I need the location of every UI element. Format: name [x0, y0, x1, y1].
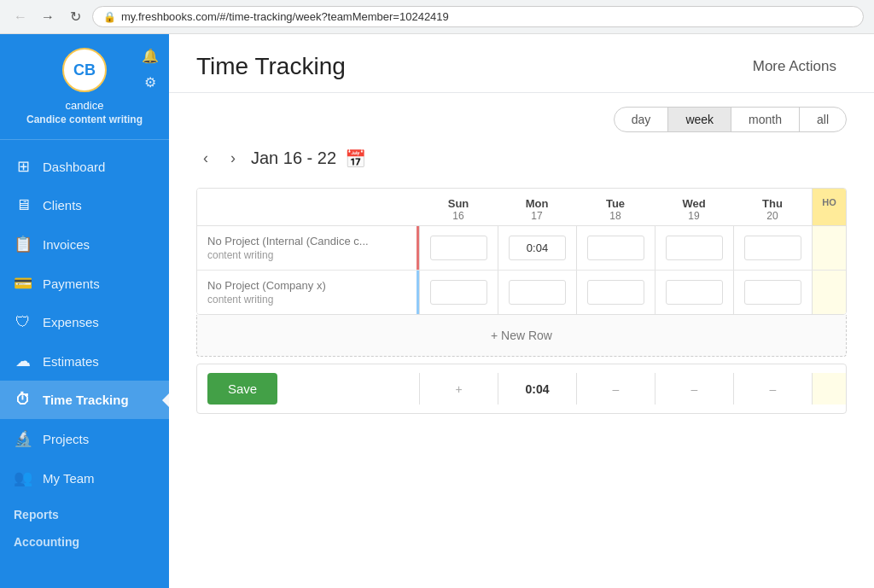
- time-input-2-thu[interactable]: [744, 280, 801, 305]
- sidebar-section-reports: Reports: [0, 498, 169, 525]
- day-num-tue: 18: [580, 210, 651, 222]
- row-project-2: No Project (Company x): [207, 279, 406, 292]
- avatar: CB: [62, 48, 107, 92]
- more-actions-button[interactable]: More Actions: [743, 51, 847, 82]
- footer-total-tue-value: –: [613, 382, 620, 396]
- row-task-1: content writing: [207, 249, 406, 261]
- col-header-sun: Sun 16: [419, 189, 498, 225]
- reload-button[interactable]: ↻: [65, 7, 85, 27]
- prev-week-button[interactable]: ‹: [196, 146, 215, 171]
- sidebar-item-invoices[interactable]: 📋 Invoices: [0, 224, 169, 264]
- notification-icon[interactable]: 🔔: [140, 46, 160, 66]
- sidebar-item-clients[interactable]: 🖥 Clients: [0, 186, 169, 224]
- sidebar-item-projects[interactable]: 🔬 Projects: [0, 419, 169, 458]
- day-num-wed: 19: [658, 210, 730, 222]
- grid-header: Sun 16 Mon 17 Tue 18 Wed 19: [197, 189, 846, 226]
- sidebar-nav: ⊞ Dashboard 🖥 Clients 📋 Invoices 💳 Payme…: [0, 140, 169, 588]
- tabs-group: day week month all: [614, 107, 847, 132]
- tab-week[interactable]: week: [668, 108, 731, 131]
- time-input-2-sun[interactable]: [430, 280, 487, 305]
- row-project-name-2: (Company x): [262, 279, 325, 292]
- sidebar-label-expenses: Expenses: [43, 315, 99, 329]
- clients-icon: 🖥: [14, 196, 32, 214]
- day-name-mon: Mon: [501, 197, 573, 210]
- sidebar-header-icons: 🔔 ⚙: [140, 46, 160, 92]
- app-container: 🔔 ⚙ CB candice Candice content writing ⊞…: [0, 34, 874, 588]
- sidebar-item-estimates[interactable]: ☁ Estimates: [0, 341, 169, 381]
- hours-cell-1: [812, 226, 846, 270]
- top-bar: Time Tracking More Actions: [169, 34, 874, 93]
- sidebar-item-time-tracking[interactable]: ⏱ Time Tracking: [0, 381, 169, 419]
- day-name-tue: Tue: [580, 197, 651, 210]
- browser-chrome: ← → ↻ 🔒 my.freshbooks.com/#/time-trackin…: [0, 0, 874, 34]
- time-cell-1-tue: [576, 226, 655, 270]
- lock-icon: 🔒: [103, 11, 116, 23]
- row-project-1: No Project (Internal (Candice c...: [207, 235, 406, 247]
- time-input-2-wed[interactable]: [666, 280, 722, 305]
- sidebar-label-dashboard: Dashboard: [43, 160, 105, 174]
- time-input-2-tue[interactable]: [587, 280, 644, 305]
- footer-total-mon: 0:04: [498, 373, 576, 405]
- sidebar-item-my-team[interactable]: 👥 My Team: [0, 458, 169, 498]
- footer-hours-cell: [812, 373, 846, 405]
- save-button[interactable]: Save: [207, 373, 277, 405]
- footer-total-mon-value: 0:04: [525, 382, 549, 396]
- url-text: my.freshbooks.com/#/time-tracking/week?t…: [121, 10, 449, 23]
- weekly-grid: Sun 16 Mon 17 Tue 18 Wed 19: [196, 188, 847, 315]
- invoices-icon: 📋: [14, 235, 32, 253]
- tab-day[interactable]: day: [615, 108, 669, 131]
- content-area: day week month all ‹ › Jan 16 - 22 📅: [169, 93, 874, 588]
- footer-total-tue: –: [576, 373, 655, 405]
- sidebar-label-projects: Projects: [43, 432, 89, 446]
- tab-month[interactable]: month: [731, 108, 800, 131]
- footer-total-wed: –: [655, 373, 733, 405]
- day-num-sun: 16: [422, 210, 494, 222]
- save-footer: Save + 0:04 – – –: [196, 364, 847, 414]
- back-button[interactable]: ←: [10, 7, 31, 27]
- sidebar-label-estimates: Estimates: [43, 354, 99, 369]
- time-input-1-mon[interactable]: [509, 236, 565, 260]
- my-team-icon: 👥: [14, 469, 32, 487]
- time-input-1-tue[interactable]: [587, 236, 644, 260]
- new-row-section: + New Row: [196, 315, 847, 357]
- new-row-button[interactable]: + New Row: [481, 325, 562, 346]
- time-input-2-mon[interactable]: [509, 280, 565, 305]
- sidebar-item-dashboard[interactable]: ⊞ Dashboard: [0, 147, 169, 186]
- hours-cell-2: [812, 271, 846, 314]
- view-tabs: day week month all: [196, 107, 847, 132]
- time-cell-1-thu: [733, 226, 812, 270]
- tab-all[interactable]: all: [800, 108, 846, 131]
- time-input-1-thu[interactable]: [744, 236, 801, 260]
- projects-icon: 🔬: [14, 429, 32, 448]
- time-input-1-sun[interactable]: [430, 236, 487, 260]
- address-bar[interactable]: 🔒 my.freshbooks.com/#/time-tracking/week…: [92, 6, 864, 27]
- calendar-icon[interactable]: 📅: [345, 148, 366, 169]
- table-row: No Project (Internal (Candice c... conte…: [197, 226, 846, 271]
- row-task-2: content writing: [207, 294, 406, 306]
- day-name-sun: Sun: [422, 197, 494, 210]
- footer-total-thu-value: –: [770, 382, 777, 396]
- main-content: Time Tracking More Actions day week mont…: [169, 34, 874, 588]
- settings-icon[interactable]: ⚙: [140, 73, 160, 92]
- time-cell-2-thu: [733, 271, 812, 314]
- time-input-1-wed[interactable]: [666, 236, 722, 260]
- sidebar-item-expenses[interactable]: 🛡 Expenses: [0, 303, 169, 341]
- footer-total-wed-value: –: [691, 382, 698, 396]
- payments-icon: 💳: [14, 274, 32, 293]
- time-cell-2-tue: [576, 271, 655, 314]
- day-num-mon: 17: [501, 210, 573, 222]
- next-week-button[interactable]: ›: [224, 146, 242, 171]
- time-cell-1-mon: [498, 226, 576, 270]
- sidebar-header: 🔔 ⚙ CB candice Candice content writing: [0, 34, 169, 140]
- time-cell-1-sun: [419, 226, 498, 270]
- sidebar-label-time-tracking: Time Tracking: [43, 393, 129, 407]
- time-cell-2-sun: [419, 271, 498, 314]
- time-cell-1-wed: [655, 226, 733, 270]
- date-nav: ‹ › Jan 16 - 22 📅: [196, 146, 847, 171]
- forward-button[interactable]: →: [38, 7, 58, 27]
- expenses-icon: 🛡: [14, 313, 32, 331]
- col-header-tue: Tue 18: [576, 189, 655, 225]
- sidebar-item-payments[interactable]: 💳 Payments: [0, 264, 169, 303]
- time-tracking-icon: ⏱: [14, 391, 32, 409]
- row-label-1: No Project (Internal (Candice c... conte…: [197, 226, 419, 270]
